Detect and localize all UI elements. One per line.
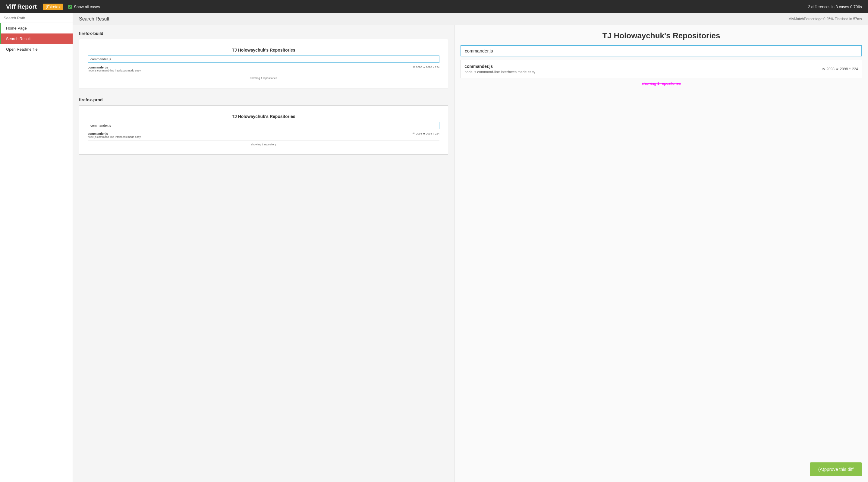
sidebar-item-open-readme[interactable]: Open Readme file: [0, 44, 73, 55]
content-meta: MisMatchPercentage:0.25% Finished in 57m…: [788, 17, 862, 21]
diff-panel: TJ Holowaychuk's Repositories commander.…: [455, 25, 868, 482]
sidebar-item-home-page[interactable]: Home Page: [0, 23, 73, 33]
mock-repo-name-prod: commander.js: [88, 132, 412, 136]
header: Viff Report (F)irefox Show all cases 2 d…: [0, 0, 868, 13]
screenshot-label-build: firefox-build: [79, 31, 448, 36]
mock-heading-prod: TJ Holowaychuk's Repositories: [88, 114, 439, 119]
diff-repo-left: commander.js node.js command-line interf…: [464, 64, 535, 74]
screenshot-section-build: firefox-build TJ Holowaychuk's Repositor…: [79, 31, 448, 88]
diff-heading: TJ Holowaychuk's Repositories: [461, 31, 862, 40]
mock-repo-info-build: commander.js node.js command-line interf…: [88, 66, 412, 72]
mock-search-build: [88, 56, 439, 63]
diff-repo-name: commander.js: [464, 64, 535, 69]
mock-repo-stats-build: 👁 2098 ★ 2098 ⑂ 224: [412, 66, 440, 69]
show-all-cases-checkbox[interactable]: [68, 5, 72, 9]
mock-repo-info-prod: commander.js node.js command-line interf…: [88, 132, 412, 138]
diff-repo-stats: 👁 2098 ★ 2098 ⑂ 224: [822, 67, 858, 71]
mock-repo-item-prod: commander.js node.js command-line interf…: [88, 132, 439, 141]
diff-search-input[interactable]: [461, 45, 862, 56]
content-header: Search Result MisMatchPercentage:0.25% F…: [73, 13, 868, 25]
sidebar-item-label: Home Page: [6, 26, 27, 30]
header-stats: 2 differences in 3 cases 0.706s: [808, 4, 862, 9]
diff-repo-item: commander.js node.js command-line interf…: [461, 60, 862, 78]
diff-repo-desc: node.js command-line interfaces made eas…: [464, 70, 535, 74]
mock-heading-build: TJ Holowaychuk's Repositories: [88, 48, 439, 53]
approve-button[interactable]: (A)pprove this diff: [810, 462, 862, 476]
mock-page-prod: TJ Holowaychuk's Repositories commander.…: [84, 110, 443, 150]
mock-repo-name-build: commander.js: [88, 66, 412, 69]
mock-showing-prod: showing 1 repository: [88, 143, 439, 146]
diff-showing-strikethrough: showing 1 repositories: [461, 81, 862, 86]
screenshot-frame-build: TJ Holowaychuk's Repositories commander.…: [79, 39, 448, 88]
mock-repo-item-build: commander.js node.js command-line interf…: [88, 66, 439, 74]
screenshots-panel: firefox-build TJ Holowaychuk's Repositor…: [73, 25, 455, 482]
show-all-cases-label: Show all cases: [74, 4, 100, 9]
sidebar-item-label: Open Readme file: [6, 47, 38, 52]
browser-badge[interactable]: (F)irefox: [43, 4, 63, 10]
mock-repo-desc-prod: node.js command-line interfaces made eas…: [88, 136, 412, 138]
content-title: Search Result: [79, 16, 110, 22]
main-content: Search Result MisMatchPercentage:0.25% F…: [73, 13, 868, 482]
screenshot-section-prod: firefox-prod TJ Holowaychuk's Repositori…: [79, 97, 448, 155]
layout: Home Page Search Result Open Readme file…: [0, 13, 868, 482]
screenshot-frame-prod: TJ Holowaychuk's Repositories commander.…: [79, 105, 448, 155]
mock-repo-desc-build: node.js command-line interfaces made eas…: [88, 69, 412, 72]
sidebar-item-search-result[interactable]: Search Result: [0, 33, 73, 44]
sidebar: Home Page Search Result Open Readme file: [0, 13, 73, 482]
content-body: firefox-build TJ Holowaychuk's Repositor…: [73, 25, 868, 482]
diff-repo-row: commander.js node.js command-line interf…: [464, 64, 858, 74]
diff-showing-text: showing 1 repositories: [642, 81, 681, 86]
sidebar-item-label: Search Result: [6, 36, 31, 41]
search-input[interactable]: [0, 13, 73, 23]
screenshot-label-prod: firefox-prod: [79, 97, 448, 102]
mock-search-prod: [88, 122, 439, 129]
mock-showing-build: showing 1 repositories: [88, 77, 439, 80]
mock-page-build: TJ Holowaychuk's Repositories commander.…: [84, 44, 443, 83]
show-all-cases-toggle[interactable]: Show all cases: [68, 4, 100, 9]
mock-repo-stats-prod: 👁 2098 ★ 2098 ⑂ 224: [412, 132, 440, 135]
app-title: Viff Report: [6, 3, 37, 10]
